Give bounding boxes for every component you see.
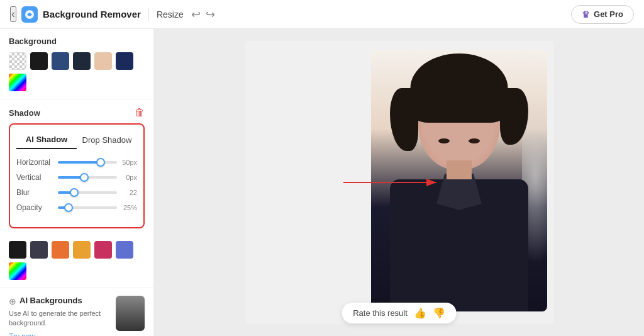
rate-result-label: Rate this result <box>353 308 408 318</box>
get-pro-label: Get Pro <box>594 9 623 19</box>
undo-button[interactable]: ↩ <box>191 8 201 21</box>
header-right: ♛ Get Pro <box>571 5 634 24</box>
color-swatch-navy[interactable] <box>52 52 69 70</box>
ai-bg-thumbnail <box>116 296 145 331</box>
background-section: Background <box>0 29 153 96</box>
ai-bg-try-now-link[interactable]: Try now <box>9 332 35 336</box>
slider-horizontal-fill <box>58 161 101 164</box>
slider-opacity-thumb[interactable] <box>64 203 73 212</box>
ai-bg-title: AI Backgrounds <box>19 296 82 305</box>
thumbs-up-icon: 👍 <box>414 307 426 319</box>
slider-opacity-row: Opacity 25% <box>16 203 137 212</box>
slider-opacity-wrap[interactable] <box>58 206 117 209</box>
color-row-2 <box>0 235 153 285</box>
slider-blur-track <box>58 191 117 194</box>
app-title: Background Remover <box>43 9 141 20</box>
face-area <box>371 50 547 311</box>
color2-amber[interactable] <box>73 241 91 259</box>
color2-periwinkle[interactable] <box>116 241 133 259</box>
ai-globe-icon: ⊕ <box>9 296 16 306</box>
shadow-tabs: AI Shadow Drop Shadow <box>16 131 137 149</box>
slider-blur-thumb[interactable] <box>70 188 79 197</box>
photo-frame <box>371 50 547 311</box>
hair-left <box>390 88 418 151</box>
header-divider <box>148 8 149 21</box>
tab-ai-shadow[interactable]: AI Shadow <box>16 131 77 149</box>
slider-horizontal-value: 50px <box>117 159 137 166</box>
sidebar: Background Shadow 🗑 <box>0 29 154 336</box>
background-title: Background <box>9 36 145 46</box>
color2-black[interactable] <box>9 241 26 259</box>
color-swatch-transparent[interactable] <box>9 52 26 70</box>
ai-backgrounds-section: ⊕ AI Backgrounds Use AI to generate the … <box>0 291 153 336</box>
shadow-header: Shadow 🗑 <box>9 107 145 118</box>
slider-blur-row: Blur 22 <box>16 188 137 197</box>
canvas-area: Rate this result 👍 👎 <box>154 29 644 336</box>
back-button[interactable]: ‹ <box>10 6 16 22</box>
slider-horizontal-row: Horizontal 50px <box>16 158 137 167</box>
app-logo-icon <box>25 9 35 20</box>
thumbs-up-button[interactable]: 👍 <box>414 307 426 319</box>
shadow-section: Shadow 🗑 AI Shadow Drop Shadow Horizonta… <box>0 102 153 235</box>
slider-blur-value: 22 <box>117 189 137 196</box>
slider-blur-label: Blur <box>16 188 58 197</box>
eye-left <box>469 138 480 143</box>
slider-horizontal-track <box>58 161 117 164</box>
slider-vertical-thumb[interactable] <box>80 173 89 182</box>
color-swatch-peach[interactable] <box>94 52 112 70</box>
header-left: ‹ Background Remover Resize ↩ ↪ <box>10 6 215 23</box>
color2-dark-gray[interactable] <box>30 241 48 259</box>
slider-horizontal-label: Horizontal <box>16 158 58 167</box>
app-header: ‹ Background Remover Resize ↩ ↪ ♛ Get Pr… <box>0 0 644 29</box>
history-buttons: ↩ ↪ <box>191 8 215 21</box>
main-content: Background Shadow 🗑 <box>0 29 644 336</box>
app-icon <box>21 6 38 23</box>
color-swatch-black[interactable] <box>30 52 48 70</box>
tab-drop-shadow[interactable]: Drop Shadow <box>77 131 137 149</box>
neck <box>447 160 472 179</box>
color2-orange[interactable] <box>52 241 69 259</box>
hair-top <box>410 53 508 123</box>
rate-result-bar: Rate this result 👍 👎 <box>341 303 457 323</box>
divider-2 <box>0 288 153 288</box>
color2-rainbow[interactable] <box>9 262 26 280</box>
thumbs-down-icon: 👎 <box>433 307 445 319</box>
slider-vertical-value: 0px <box>117 174 137 181</box>
background-color-row <box>9 52 145 91</box>
slider-vertical-track <box>58 176 117 179</box>
slider-vertical-label: Vertical <box>16 173 58 182</box>
shadow-delete-button[interactable]: 🗑 <box>135 107 145 118</box>
ai-bg-description: Use AI to generate the perfect backgroun… <box>9 309 109 328</box>
crown-icon: ♛ <box>582 9 590 20</box>
eye-right <box>438 138 450 143</box>
get-pro-button[interactable]: ♛ Get Pro <box>571 5 634 24</box>
slider-vertical-row: Vertical 0px <box>16 173 137 182</box>
color2-pink[interactable] <box>94 241 112 259</box>
slider-opacity-value: 25% <box>117 204 137 211</box>
slider-blur-wrap[interactable] <box>58 191 117 194</box>
slider-opacity-label: Opacity <box>16 203 58 212</box>
shadow-title: Shadow <box>9 108 40 118</box>
ai-bg-text: ⊕ AI Backgrounds Use AI to generate the … <box>9 296 109 336</box>
canvas-inner <box>245 41 553 324</box>
redo-button[interactable]: ↪ <box>206 8 215 21</box>
delete-icon: 🗑 <box>135 107 145 118</box>
thumbs-down-button[interactable]: 👎 <box>433 307 445 319</box>
shadow-box: AI Shadow Drop Shadow Horizontal 50px <box>9 123 145 228</box>
slider-horizontal-thumb[interactable] <box>96 158 105 167</box>
color-swatch-dark-navy[interactable] <box>73 52 91 70</box>
ai-bg-thumb-inner <box>116 296 145 331</box>
jacket <box>390 179 528 311</box>
color-swatch-rainbow[interactable] <box>9 74 26 91</box>
slider-opacity-track <box>58 206 117 209</box>
resize-button[interactable]: Resize <box>157 9 184 20</box>
color-swatch-dark-blue[interactable] <box>116 52 133 70</box>
slider-horizontal-wrap[interactable] <box>58 161 117 164</box>
slider-vertical-wrap[interactable] <box>58 176 117 179</box>
divider-1 <box>0 99 153 99</box>
